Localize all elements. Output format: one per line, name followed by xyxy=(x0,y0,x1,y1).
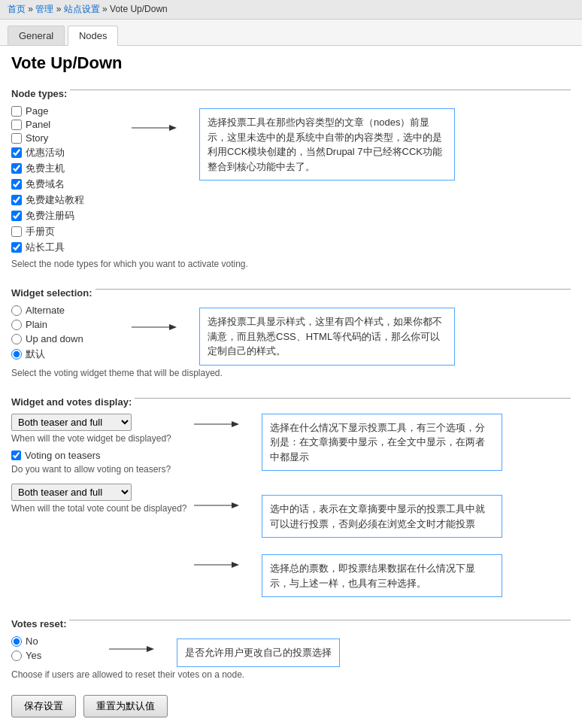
radio-plain-input[interactable] xyxy=(11,320,22,330)
breadcrumb-site-settings[interactable]: 站点设置 xyxy=(64,4,100,14)
page-title: Vote Up/Down xyxy=(0,46,582,77)
radio-plain: Plain xyxy=(11,319,117,330)
label-manual: 手册页 xyxy=(26,225,55,238)
node-type-mianfei-tutorial: 免费建站教程 xyxy=(11,193,117,207)
node-type-mianfei-host: 免费主机 xyxy=(11,162,117,175)
widget-votes-left: Both teaser and full Teaser only Full on… xyxy=(11,414,186,598)
votes-tooltips: 选择在什么情况下显示投票工具，有三个选项，分别是：在文章摘要中显示，在全文中显示… xyxy=(194,414,502,598)
breadcrumb-admin[interactable]: 管理 xyxy=(35,4,53,14)
widget-selection-block: Alternate Plain Up and down 默认 选择投票工具显示样… xyxy=(11,305,571,366)
radio-no-input[interactable] xyxy=(11,636,22,647)
dropdown-vote-count[interactable]: Both teaser and full Teaser only Full on… xyxy=(11,484,132,501)
node-type-manual: 手册页 xyxy=(11,225,117,238)
widget-arrow xyxy=(132,320,177,335)
widget-display-help1: When will the vote widget be displayed? xyxy=(11,433,186,444)
checkbox-mianfei-domain[interactable] xyxy=(11,179,22,190)
svg-marker-9 xyxy=(232,562,239,568)
votes-arrow3 xyxy=(194,557,239,572)
node-types-help: Select the node types for which you want… xyxy=(11,259,571,269)
checkbox-youhui[interactable] xyxy=(11,147,22,158)
node-type-tools: 站长工具 xyxy=(11,241,117,254)
widget-tooltip: 选择投票工具显示样式，这里有四个样式，如果你都不满意，而且熟悉CSS、HTML等… xyxy=(199,308,455,366)
radio-no: No xyxy=(11,635,102,647)
label-teasers: Voting on teasers xyxy=(25,450,100,461)
widget-tooltip-wrapper: 选择投票工具显示样式，这里有四个样式，如果你都不满意，而且熟悉CSS、HTML等… xyxy=(132,308,455,366)
svg-marker-11 xyxy=(147,646,154,652)
save-button[interactable]: 保存设置 xyxy=(11,695,76,717)
node-type-youhui: 优惠活动 xyxy=(11,146,117,159)
svg-marker-3 xyxy=(169,324,177,330)
widget-selection-rule xyxy=(95,289,571,290)
node-types-arrow xyxy=(132,120,177,135)
checkbox-tools[interactable] xyxy=(11,242,22,253)
votes-reset-label: Votes reset: xyxy=(11,618,66,629)
node-type-page: Page xyxy=(11,105,117,117)
radio-alternate-input[interactable] xyxy=(11,305,22,316)
checkbox-teasers[interactable] xyxy=(11,450,21,460)
votes-reset-rule xyxy=(69,620,571,620)
radio-updown-input[interactable] xyxy=(11,334,22,344)
votes-reset-left: No Yes xyxy=(11,635,102,667)
radio-yes-input[interactable] xyxy=(11,651,22,661)
label-mianfei-code: 免费注册码 xyxy=(26,209,74,223)
node-type-story: Story xyxy=(11,132,117,144)
footer-buttons: 保存设置 重置为默认值 xyxy=(11,695,571,717)
node-types-list: Page Panel Story 优惠活动 免费主机 免费域名 xyxy=(11,105,117,256)
node-type-mianfei-code: 免费注册码 xyxy=(11,209,117,223)
checkbox-manual[interactable] xyxy=(11,226,22,237)
node-types-block: Page Panel Story 优惠活动 免费主机 免费域名 xyxy=(11,105,571,256)
widget-votes-rule xyxy=(135,398,571,399)
dropdown-widget-display[interactable]: Both teaser and full Teaser only Full on… xyxy=(11,414,132,431)
radio-yes: Yes xyxy=(11,650,102,661)
node-type-panel: Panel xyxy=(11,119,117,130)
votes-reset-tooltip: 是否允许用户更改自己的投票选择 xyxy=(177,639,340,667)
label-updown: Up and down xyxy=(26,333,83,344)
widget-help: Select the voting widget theme that will… xyxy=(11,368,571,378)
node-types-rule xyxy=(70,89,571,90)
label-page: Page xyxy=(26,105,48,117)
widget-display-help2: Do you want to allow voting on teasers? xyxy=(11,464,186,475)
votes-tooltip3: 选择总的票数，即投票结果数据在什么情况下显示，与上述一样，也具有三种选择。 xyxy=(262,554,502,597)
label-alternate: Alternate xyxy=(26,305,65,316)
votes-reset-arrow xyxy=(109,642,154,657)
widget-selection-label: Widget selection: xyxy=(11,287,92,299)
label-mianfei-domain: 免费域名 xyxy=(26,177,65,191)
radio-updown: Up and down xyxy=(11,333,117,344)
reset-button[interactable]: 重置为默认值 xyxy=(83,695,168,717)
label-default: 默认 xyxy=(26,347,45,361)
votes-reset-help: Choose if users are allowed to reset the… xyxy=(11,669,571,680)
label-yes: Yes xyxy=(26,650,41,661)
breadcrumb-home[interactable]: 首页 xyxy=(8,4,26,14)
votes-arrow1 xyxy=(194,417,239,432)
label-story: Story xyxy=(26,132,48,144)
node-types-tooltip-wrapper: 选择投票工具在那些内容类型的文章（nodes）前显示，这里未选中的是系统中自带的… xyxy=(132,108,455,256)
svg-marker-1 xyxy=(169,125,177,131)
svg-marker-7 xyxy=(232,502,239,508)
checkbox-mianfei-code[interactable] xyxy=(11,211,22,221)
widget-display-help3: When will the total vote count be displa… xyxy=(11,503,186,514)
votes-tooltip1: 选择在什么情况下显示投票工具，有三个选项，分别是：在文章摘要中显示，在全文中显示… xyxy=(262,414,502,472)
tab-general[interactable]: General xyxy=(8,26,65,45)
radio-default-input[interactable] xyxy=(11,349,22,359)
checkbox-mianfei-host[interactable] xyxy=(11,163,22,174)
checkbox-mianfei-tutorial[interactable] xyxy=(11,195,22,205)
checkbox-panel[interactable] xyxy=(11,120,22,130)
label-plain: Plain xyxy=(26,319,47,330)
votes-tooltip2: 选中的话，表示在文章摘要中显示的投票工具中就可以进行投票，否则必须在浏览全文时才… xyxy=(262,495,502,538)
checkbox-page[interactable] xyxy=(11,106,22,117)
radio-default: 默认 xyxy=(11,347,117,361)
svg-marker-5 xyxy=(232,421,239,427)
checkbox-story[interactable] xyxy=(11,133,22,144)
votes-tooltip3-row: 选择总的票数，即投票结果数据在什么情况下显示，与上述一样，也具有三种选择。 xyxy=(194,554,502,597)
votes-arrow2 xyxy=(194,498,239,513)
node-types-tooltip: 选择投票工具在那些内容类型的文章（nodes）前显示，这里未选中的是系统中自带的… xyxy=(199,108,455,180)
node-types-label: Node types: xyxy=(11,88,67,99)
tab-nodes[interactable]: Nodes xyxy=(68,26,119,46)
votes-reset-tooltip-wrapper: 是否允许用户更改自己的投票选择 xyxy=(109,639,340,667)
main-content: Node types: Page Panel Story 优惠活动 免 xyxy=(0,77,582,728)
votes-tooltip1-row: 选择在什么情况下显示投票工具，有三个选项，分别是：在文章摘要中显示，在全文中显示… xyxy=(194,414,502,472)
radio-alternate: Alternate xyxy=(11,305,117,316)
tabs-bar: General Nodes xyxy=(0,20,582,46)
radio-list: Alternate Plain Up and down 默认 xyxy=(11,305,117,366)
label-mianfei-tutorial: 免费建站教程 xyxy=(26,193,84,207)
